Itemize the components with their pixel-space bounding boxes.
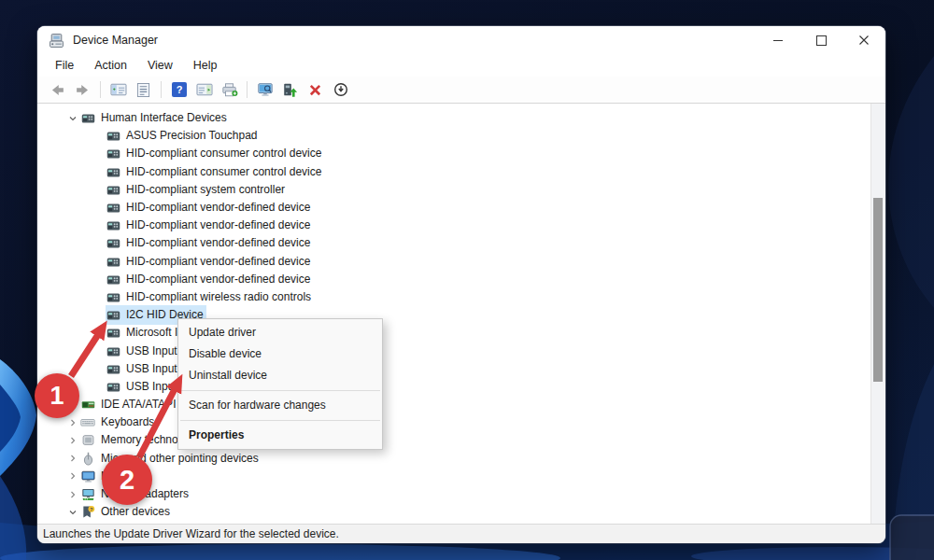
properties-button[interactable]: [131, 78, 156, 101]
menu-bar: File Action View Help: [37, 54, 885, 77]
ide-device-icon: [80, 398, 95, 413]
hid-device-icon: [106, 201, 120, 216]
menu-item-view[interactable]: View: [137, 56, 183, 75]
menu-item-file[interactable]: File: [45, 56, 84, 75]
tree-item[interactable]: HID-compliant vendor-defined device: [37, 199, 871, 217]
tree-item-label: HID-compliant vendor-defined device: [126, 217, 310, 234]
hid-device-icon: [80, 111, 95, 126]
hid-device-icon: [106, 147, 120, 161]
tree-item[interactable]: Mice and other pointing devices: [37, 450, 871, 468]
chevron-icon[interactable]: [65, 433, 80, 448]
tree-item-label: Monitors: [101, 468, 144, 485]
other-device-icon: ?: [80, 505, 95, 520]
window-controls: [757, 26, 885, 54]
properties-icon: [136, 82, 150, 98]
tree-item[interactable]: Keyboards: [37, 413, 871, 431]
window-title: Device Manager: [73, 34, 158, 47]
disable-device-icon: [333, 82, 348, 97]
tree-item[interactable]: HID-compliant system controller: [37, 181, 871, 199]
context-menu-item-scan-for-hardware-changes[interactable]: Scan for hardware changes: [178, 395, 382, 416]
forward-button[interactable]: [70, 78, 95, 101]
back-button[interactable]: [45, 78, 70, 101]
tree-item[interactable]: Human Interface Devices: [37, 109, 871, 127]
context-menu-item-update-driver[interactable]: Update driver: [178, 322, 382, 343]
computer-view-button[interactable]: [252, 78, 277, 101]
hid-device-icon: [106, 164, 120, 179]
memory-device-icon: [80, 433, 95, 448]
hid-device-icon: [106, 379, 120, 394]
svg-text:?: ?: [176, 84, 182, 95]
tree-item[interactable]: ASUS Precision Touchpad: [37, 127, 871, 145]
tree-item[interactable]: HID-compliant consumer control device: [37, 163, 871, 181]
hid-device-icon: [106, 289, 120, 304]
hid-device-icon: [106, 308, 120, 323]
chevron-icon[interactable]: [65, 505, 80, 520]
show-action-pane-button[interactable]: [191, 78, 217, 101]
menu-item-action[interactable]: Action: [84, 56, 137, 75]
show-action-pane-icon: [196, 82, 213, 97]
show-console-tree-button[interactable]: [106, 78, 131, 101]
chevron-icon[interactable]: [65, 451, 80, 466]
menu-item-help[interactable]: Help: [183, 56, 228, 75]
context-menu-separator: [180, 390, 380, 391]
scan-hardware-changes-button[interactable]: [217, 78, 242, 101]
toolbar-separator: [100, 81, 101, 98]
chevron-icon[interactable]: [65, 487, 80, 502]
back-icon: [50, 82, 65, 98]
context-menu-item-uninstall-device[interactable]: Uninstall device: [178, 365, 382, 386]
help-icon: ?: [172, 82, 187, 97]
disable-device-button[interactable]: [328, 78, 353, 101]
tree-item-label: HID-compliant consumer control device: [126, 145, 321, 162]
update-driver-button[interactable]: [277, 78, 303, 101]
uninstall-device-button[interactable]: [303, 78, 328, 101]
computer-view-icon: [257, 82, 274, 97]
tree-item[interactable]: Memory technology devices: [37, 431, 871, 449]
tree-item-label: ASUS Precision Touchpad: [126, 127, 258, 145]
hid-device-icon: [106, 218, 120, 233]
tree-item[interactable]: I2C HID Device: [37, 306, 871, 324]
tree-item-label: HID-compliant vendor-defined device: [126, 199, 310, 217]
device-tree-pane: Human Interface Devices ASUS Precision T…: [37, 103, 885, 524]
scrollbar-thumb[interactable]: [873, 198, 883, 382]
tree-item[interactable]: USB Input Device: [37, 342, 871, 359]
tree-item[interactable]: HID-compliant consumer control device: [37, 145, 871, 162]
tree-item[interactable]: HID-compliant vendor-defined device: [37, 253, 871, 271]
toolbar-separator: [161, 81, 162, 98]
status-text: Launches the Update Driver Wizard for th…: [43, 527, 339, 540]
context-menu-item-disable-device[interactable]: Disable device: [178, 343, 382, 365]
tree-item-label: Network adapters: [101, 485, 189, 503]
tree-item[interactable]: HID-compliant vendor-defined device: [37, 271, 871, 288]
tree-item[interactable]: HID-compliant wireless radio controls: [37, 288, 871, 306]
context-menu-separator: [180, 420, 380, 421]
tree-item-label: HID-compliant system controller: [126, 181, 285, 199]
chevron-icon[interactable]: [65, 415, 80, 430]
scan-hardware-changes-icon: [221, 82, 238, 98]
hid-device-icon: [106, 361, 120, 376]
title-bar[interactable]: Device Manager: [37, 26, 885, 54]
tree-item[interactable]: Network adapters: [37, 485, 871, 503]
tree-item[interactable]: Monitors: [37, 468, 871, 485]
tree-item[interactable]: IDE ATA/ATAPI controllers: [37, 396, 871, 413]
help-button[interactable]: ?: [166, 78, 191, 101]
tree-item[interactable]: HID-compliant vendor-defined device: [37, 217, 871, 234]
tree-item-label: HID-compliant vendor-defined device: [126, 271, 310, 288]
context-menu-item-properties[interactable]: Properties: [178, 425, 382, 446]
hid-device-icon: [106, 182, 120, 197]
chevron-icon[interactable]: [65, 111, 80, 126]
tree-item[interactable]: Microsoft Input Configuration Device: [37, 324, 871, 342]
minimize-button[interactable]: [757, 26, 800, 54]
uninstall-device-icon: [308, 83, 322, 97]
tree-item[interactable]: USB Input Device: [37, 378, 871, 396]
vertical-scrollbar[interactable]: [870, 104, 885, 524]
chevron-icon[interactable]: [65, 469, 80, 483]
hid-device-icon: [106, 236, 120, 251]
device-manager-icon: [49, 33, 64, 49]
tree-item[interactable]: HID-compliant vendor-defined device: [37, 234, 871, 252]
maximize-button[interactable]: [800, 26, 842, 54]
forward-icon: [75, 82, 91, 98]
close-button[interactable]: [842, 26, 885, 54]
close-icon: [858, 35, 870, 46]
tree-item[interactable]: USB Input Device: [37, 360, 871, 378]
tree-item[interactable]: ? Other devices: [37, 503, 871, 521]
chevron-icon[interactable]: [65, 398, 80, 413]
